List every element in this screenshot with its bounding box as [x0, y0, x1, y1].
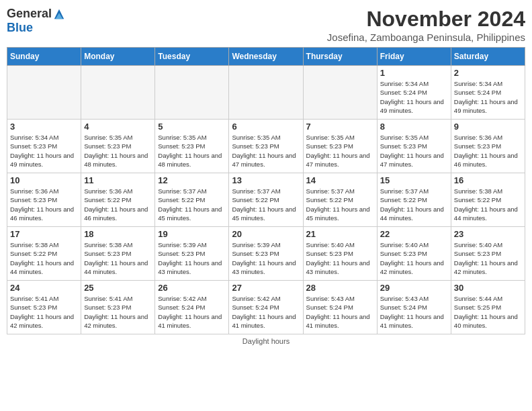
day-number: 12 — [158, 175, 226, 185]
month-title: November 2024 — [327, 7, 525, 32]
day-info: Sunrise: 5:35 AM Sunset: 5:23 PM Dayligh… — [158, 133, 226, 169]
day-number: 8 — [380, 122, 448, 132]
calendar-cell: 6Sunrise: 5:35 AM Sunset: 5:23 PM Daylig… — [229, 120, 303, 173]
calendar-cell: 22Sunrise: 5:40 AM Sunset: 5:23 PM Dayli… — [377, 227, 451, 281]
day-number: 14 — [306, 175, 374, 185]
day-info: Sunrise: 5:43 AM Sunset: 5:24 PM Dayligh… — [306, 294, 374, 330]
calendar-cell: 25Sunrise: 5:41 AM Sunset: 5:23 PM Dayli… — [81, 281, 155, 334]
calendar-week-row: 3Sunrise: 5:34 AM Sunset: 5:23 PM Daylig… — [7, 120, 525, 173]
day-number: 6 — [232, 122, 300, 132]
calendar-week-row: 10Sunrise: 5:36 AM Sunset: 5:23 PM Dayli… — [7, 173, 525, 227]
day-number: 19 — [158, 229, 226, 239]
calendar-cell: 9Sunrise: 5:36 AM Sunset: 5:23 PM Daylig… — [451, 120, 525, 173]
title-section: November 2024 Josefina, Zamboanga Penins… — [327, 7, 525, 43]
location-title: Josefina, Zamboanga Peninsula, Philippin… — [327, 32, 525, 43]
day-info: Sunrise: 5:38 AM Sunset: 5:22 PM Dayligh… — [10, 240, 78, 276]
calendar-cell — [7, 66, 81, 120]
day-number: 3 — [10, 122, 78, 132]
calendar-week-row: 24Sunrise: 5:41 AM Sunset: 5:23 PM Dayli… — [7, 281, 525, 334]
day-info: Sunrise: 5:41 AM Sunset: 5:23 PM Dayligh… — [10, 294, 78, 330]
day-number: 22 — [380, 229, 448, 239]
calendar-cell: 3Sunrise: 5:34 AM Sunset: 5:23 PM Daylig… — [7, 120, 81, 173]
weekday-header-cell: Saturday — [451, 48, 525, 66]
day-info: Sunrise: 5:36 AM Sunset: 5:23 PM Dayligh… — [454, 133, 522, 169]
day-number: 15 — [380, 175, 448, 185]
calendar-cell: 23Sunrise: 5:40 AM Sunset: 5:23 PM Dayli… — [451, 227, 525, 281]
calendar-cell: 5Sunrise: 5:35 AM Sunset: 5:23 PM Daylig… — [155, 120, 229, 173]
day-number: 18 — [84, 229, 152, 239]
day-number: 2 — [454, 68, 522, 78]
calendar-body: 1Sunrise: 5:34 AM Sunset: 5:24 PM Daylig… — [7, 66, 525, 334]
day-number: 29 — [380, 283, 448, 293]
day-info: Sunrise: 5:41 AM Sunset: 5:23 PM Dayligh… — [84, 294, 152, 330]
calendar-cell: 13Sunrise: 5:37 AM Sunset: 5:22 PM Dayli… — [229, 173, 303, 227]
day-number: 21 — [306, 229, 374, 239]
calendar-cell: 20Sunrise: 5:39 AM Sunset: 5:23 PM Dayli… — [229, 227, 303, 281]
day-info: Sunrise: 5:37 AM Sunset: 5:22 PM Dayligh… — [306, 187, 374, 222]
day-info: Sunrise: 5:40 AM Sunset: 5:23 PM Dayligh… — [380, 240, 448, 276]
calendar-cell: 19Sunrise: 5:39 AM Sunset: 5:23 PM Dayli… — [155, 227, 229, 281]
calendar-cell: 8Sunrise: 5:35 AM Sunset: 5:23 PM Daylig… — [377, 120, 451, 173]
day-info: Sunrise: 5:37 AM Sunset: 5:22 PM Dayligh… — [232, 187, 300, 222]
day-number: 7 — [306, 122, 374, 132]
day-number: 24 — [10, 283, 78, 293]
day-info: Sunrise: 5:34 AM Sunset: 5:23 PM Dayligh… — [10, 133, 78, 169]
calendar-cell: 2Sunrise: 5:34 AM Sunset: 5:24 PM Daylig… — [451, 66, 525, 120]
calendar-cell: 10Sunrise: 5:36 AM Sunset: 5:23 PM Dayli… — [7, 173, 81, 227]
day-info: Sunrise: 5:35 AM Sunset: 5:23 PM Dayligh… — [306, 133, 374, 169]
calendar-table: SundayMondayTuesdayWednesdayThursdayFrid… — [7, 47, 525, 334]
day-info: Sunrise: 5:44 AM Sunset: 5:25 PM Dayligh… — [454, 294, 522, 330]
day-info: Sunrise: 5:39 AM Sunset: 5:23 PM Dayligh… — [158, 240, 226, 276]
day-info: Sunrise: 5:35 AM Sunset: 5:23 PM Dayligh… — [380, 133, 448, 169]
day-number: 25 — [84, 283, 152, 293]
calendar-cell: 18Sunrise: 5:38 AM Sunset: 5:23 PM Dayli… — [81, 227, 155, 281]
calendar-cell: 26Sunrise: 5:42 AM Sunset: 5:24 PM Dayli… — [155, 281, 229, 334]
day-number: 20 — [232, 229, 300, 239]
day-number: 26 — [158, 283, 226, 293]
weekday-header-cell: Friday — [377, 48, 451, 66]
calendar-cell: 4Sunrise: 5:35 AM Sunset: 5:23 PM Daylig… — [81, 120, 155, 173]
calendar-cell: 28Sunrise: 5:43 AM Sunset: 5:24 PM Dayli… — [303, 281, 377, 334]
weekday-header: SundayMondayTuesdayWednesdayThursdayFrid… — [7, 48, 525, 66]
calendar-cell: 21Sunrise: 5:40 AM Sunset: 5:23 PM Dayli… — [303, 227, 377, 281]
day-info: Sunrise: 5:40 AM Sunset: 5:23 PM Dayligh… — [454, 240, 522, 276]
weekday-header-cell: Wednesday — [229, 48, 303, 66]
calendar-cell: 1Sunrise: 5:34 AM Sunset: 5:24 PM Daylig… — [377, 66, 451, 120]
calendar-cell — [81, 66, 155, 120]
day-number: 28 — [306, 283, 374, 293]
day-number: 1 — [380, 68, 448, 78]
weekday-header-cell: Tuesday — [155, 48, 229, 66]
calendar-week-row: 1Sunrise: 5:34 AM Sunset: 5:24 PM Daylig… — [7, 66, 525, 120]
day-number: 9 — [454, 122, 522, 132]
day-info: Sunrise: 5:34 AM Sunset: 5:24 PM Dayligh… — [380, 79, 448, 115]
calendar-cell: 24Sunrise: 5:41 AM Sunset: 5:23 PM Dayli… — [7, 281, 81, 334]
weekday-header-cell: Sunday — [7, 48, 81, 66]
day-number: 16 — [454, 175, 522, 185]
calendar-cell: 7Sunrise: 5:35 AM Sunset: 5:23 PM Daylig… — [303, 120, 377, 173]
day-info: Sunrise: 5:36 AM Sunset: 5:22 PM Dayligh… — [84, 187, 152, 222]
day-info: Sunrise: 5:38 AM Sunset: 5:22 PM Dayligh… — [454, 187, 522, 222]
day-info: Sunrise: 5:42 AM Sunset: 5:24 PM Dayligh… — [232, 294, 300, 330]
day-number: 30 — [454, 283, 522, 293]
logo-blue: Blue — [7, 21, 33, 35]
calendar-cell: 17Sunrise: 5:38 AM Sunset: 5:22 PM Dayli… — [7, 227, 81, 281]
calendar-cell — [155, 66, 229, 120]
calendar-cell: 11Sunrise: 5:36 AM Sunset: 5:22 PM Dayli… — [81, 173, 155, 227]
day-number: 5 — [158, 122, 226, 132]
weekday-header-cell: Monday — [81, 48, 155, 66]
day-number: 11 — [84, 175, 152, 185]
day-info: Sunrise: 5:37 AM Sunset: 5:22 PM Dayligh… — [158, 187, 226, 222]
header: General Blue November 2024 Josefina, Zam… — [7, 7, 525, 43]
day-info: Sunrise: 5:35 AM Sunset: 5:23 PM Dayligh… — [84, 133, 152, 169]
logo: General Blue — [7, 7, 65, 35]
footer-note: Daylight hours — [7, 337, 525, 345]
day-number: 10 — [10, 175, 78, 185]
calendar-cell: 12Sunrise: 5:37 AM Sunset: 5:22 PM Dayli… — [155, 173, 229, 227]
day-number: 13 — [232, 175, 300, 185]
calendar-cell: 15Sunrise: 5:37 AM Sunset: 5:22 PM Dayli… — [377, 173, 451, 227]
calendar-cell: 16Sunrise: 5:38 AM Sunset: 5:22 PM Dayli… — [451, 173, 525, 227]
calendar-cell: 14Sunrise: 5:37 AM Sunset: 5:22 PM Dayli… — [303, 173, 377, 227]
calendar-cell: 29Sunrise: 5:43 AM Sunset: 5:24 PM Dayli… — [377, 281, 451, 334]
day-info: Sunrise: 5:43 AM Sunset: 5:24 PM Dayligh… — [380, 294, 448, 330]
day-info: Sunrise: 5:37 AM Sunset: 5:22 PM Dayligh… — [380, 187, 448, 222]
